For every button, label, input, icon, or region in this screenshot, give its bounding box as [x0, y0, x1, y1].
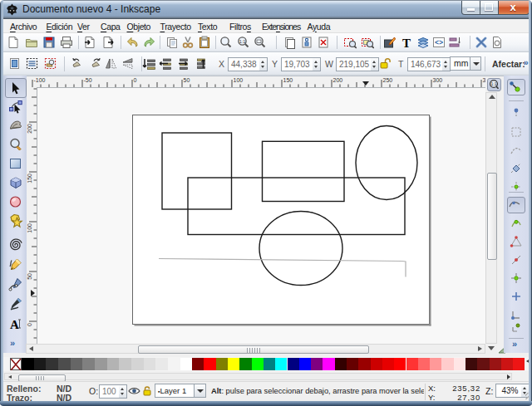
svg-text:150: 150 — [27, 174, 32, 183]
svg-text:100: 100 — [234, 77, 244, 83]
svg-text:<>: <> — [435, 39, 443, 47]
svg-text:T: T — [402, 37, 411, 50]
svg-text:300: 300 — [433, 77, 443, 83]
svg-text:A: A — [10, 318, 19, 331]
svg-text:250: 250 — [383, 77, 393, 83]
svg-text:-50: -50 — [84, 77, 92, 83]
svg-text:0: 0 — [27, 323, 32, 326]
svg-text:50: 50 — [184, 77, 190, 83]
svg-text:350: 350 — [483, 77, 486, 83]
svg-text:100: 100 — [27, 223, 32, 233]
svg-text:50: 50 — [27, 273, 32, 280]
svg-text:200: 200 — [27, 124, 32, 134]
svg-text:1:1: 1:1 — [491, 81, 497, 86]
svg-text:200: 200 — [333, 77, 343, 83]
svg-text:150: 150 — [283, 77, 293, 83]
svg-text:-100: -100 — [34, 77, 46, 83]
svg-text:0: 0 — [134, 77, 137, 83]
svg-text:1:1: 1:1 — [239, 39, 246, 44]
